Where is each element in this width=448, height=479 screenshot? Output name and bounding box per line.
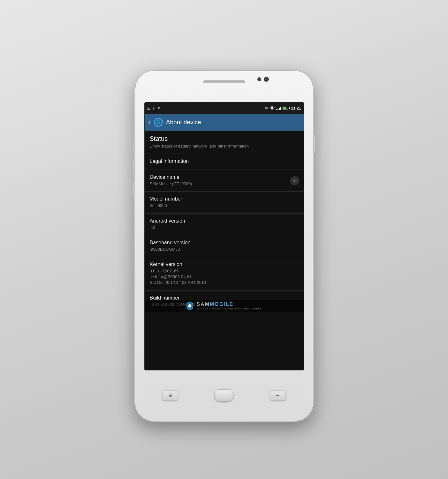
signal-bar-1	[276, 109, 277, 110]
nav-title: About device	[166, 119, 201, 126]
battery-fill	[283, 107, 287, 109]
menu-button[interactable]: ☰	[162, 390, 178, 400]
settings-item-baseband: Baseband version I9300BUUGMJ3	[145, 235, 304, 257]
svg-point-1	[188, 304, 192, 308]
sammobile-watermark: SAMMOBILE EVERYTHING FOR YOUR SAMSUNG MO…	[145, 300, 304, 312]
status-bar: 🖼 ⇄ ✗ 👁	[145, 103, 304, 114]
settings-item-status[interactable]: Status Show status of battery, network, …	[145, 131, 304, 154]
settings-item-build: Build number JSS15J.I9300XXUGMJ9 SAMMOBI…	[145, 291, 304, 312]
phone-device: 🖼 ⇄ ✗ 👁	[135, 70, 314, 422]
status-time: 21:21	[291, 106, 301, 110]
legal-item-title: Legal information	[150, 158, 299, 164]
phone-reflection	[158, 435, 290, 440]
image-status-icon: 🖼	[147, 106, 151, 110]
wifi-status-icon	[270, 106, 275, 110]
missed-call-icon: ✗	[157, 106, 160, 110]
model-title: Model number	[150, 196, 299, 202]
model-subtitle: GT-I9300	[150, 203, 299, 209]
device-name-title: Device name	[150, 174, 299, 180]
front-camera	[264, 77, 269, 82]
nav-bar: ‹ About device	[145, 114, 304, 131]
back-button[interactable]: ‹	[148, 118, 151, 126]
transfer-status-icon: ⇄	[153, 106, 156, 110]
phone-bottom-nav: ☰ ↩	[144, 386, 304, 404]
baseband-subtitle: I9300BUUGMJ3	[150, 247, 299, 252]
signal-bar-3	[279, 108, 280, 110]
android-subtitle: 4.3	[150, 225, 299, 231]
signal-bar-2	[277, 109, 278, 110]
sammobile-brand: SAMMOBILE EVERYTHING FOR YOUR SAMSUNG MO…	[196, 301, 262, 310]
android-title: Android version	[150, 218, 299, 224]
baseband-title: Baseband version	[150, 240, 299, 246]
volume-down-button[interactable]	[133, 158, 135, 176]
status-bar-left: 🖼 ⇄ ✗	[147, 106, 160, 110]
battery-tip	[289, 107, 290, 109]
kernel-title: Kernel version	[150, 262, 299, 267]
power-button[interactable]	[314, 134, 315, 153]
settings-item-android: Android version 4.3	[145, 214, 304, 235]
status-bar-right: 👁 21:21	[264, 106, 301, 110]
back-nav-button[interactable]: ↩	[270, 390, 286, 400]
status-item-title: Status	[150, 135, 299, 142]
home-button[interactable]	[214, 389, 233, 401]
phone-speaker	[203, 80, 245, 83]
back-nav-icon: ↩	[276, 393, 280, 398]
gear-inner	[156, 120, 160, 124]
settings-item-model: Model number GT-I9300	[145, 192, 304, 213]
status-item-subtitle: Show status of battery, network, and oth…	[150, 143, 299, 149]
sensor-dot	[257, 77, 261, 81]
volume-up-button[interactable]	[133, 141, 135, 153]
battery-icon	[283, 107, 290, 110]
kernel-subtitle: 3.0.31-1902166 se.infra@R0303-04 #1 Sat …	[150, 268, 299, 286]
device-name-subtitle: SAMMobile (GT-I9300)	[150, 181, 299, 187]
camera-button[interactable]	[133, 180, 135, 198]
sammobile-logo-icon	[186, 301, 194, 311]
settings-item-legal[interactable]: Legal information	[145, 154, 304, 170]
eye-status-icon: 👁	[264, 106, 268, 110]
device-name-arrow: ›	[290, 176, 299, 185]
battery-body	[283, 107, 288, 110]
signal-bar-4	[280, 107, 281, 110]
phone-screen: 🖼 ⇄ ✗ 👁	[144, 102, 304, 370]
menu-icon: ☰	[168, 393, 172, 398]
signal-bars	[276, 106, 281, 110]
settings-item-kernel: Kernel version 3.0.31-1902166 se.infra@R…	[145, 257, 304, 291]
phone-camera-area	[257, 77, 269, 82]
sammobile-tagline: EVERYTHING FOR YOUR SAMSUNG MOBILE	[196, 307, 262, 310]
gear-icon	[154, 118, 163, 127]
settings-list: Status Show status of battery, network, …	[145, 131, 304, 312]
settings-item-device-name[interactable]: Device name SAMMobile (GT-I9300) ›	[145, 170, 304, 192]
